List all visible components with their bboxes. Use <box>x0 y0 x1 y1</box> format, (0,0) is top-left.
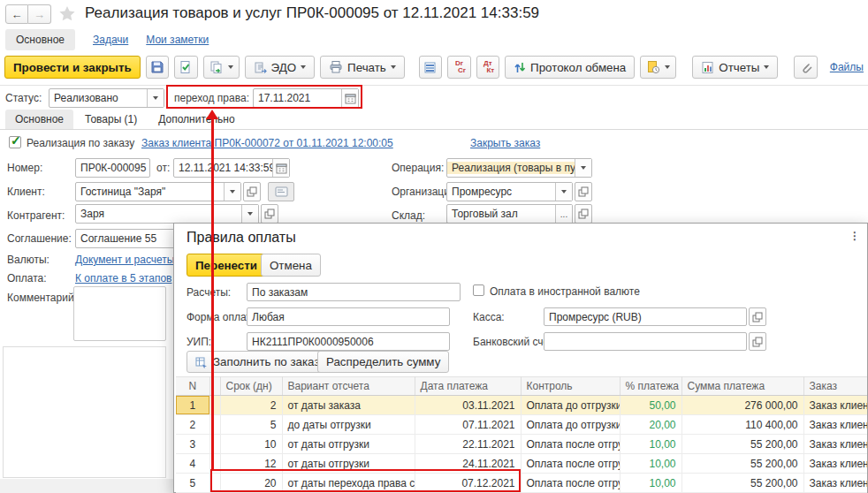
nav-tab-tasks[interactable]: Задачи <box>93 34 128 46</box>
cash-field[interactable]: Промресурс (RUB) <box>544 307 747 326</box>
table-row[interactable]: 2 5 до даты отгрузки 07.11.2021 Оплата д… <box>176 415 867 435</box>
col-variant[interactable]: Вариант отсчета <box>282 377 415 396</box>
post-document-button[interactable] <box>174 56 197 79</box>
bank-account-field[interactable] <box>544 332 747 351</box>
dropdown-caret-icon <box>665 65 670 69</box>
transfer-date-field[interactable]: 17.11.2021 <box>253 88 359 108</box>
contractor-field[interactable]: Заря <box>75 204 259 224</box>
client-card-button[interactable] <box>268 182 294 201</box>
foreign-currency-checkbox[interactable] <box>473 284 484 296</box>
term-cell: 20 <box>220 474 282 493</box>
bank-account-open-button[interactable] <box>749 332 766 351</box>
variant-cell: от даты отгрузки <box>282 435 415 454</box>
fill-by-orders-label: Заполнить по заказам <box>213 355 334 368</box>
chevron-down-icon <box>247 212 253 216</box>
calendar-picker-button[interactable] <box>272 159 289 177</box>
reports-button[interactable]: Отчеты <box>692 56 778 79</box>
doc-tab-main[interactable]: Основное <box>5 110 73 129</box>
status-dropdown-button[interactable] <box>147 89 164 107</box>
back-button[interactable]: ← <box>5 4 28 24</box>
client-field[interactable]: Гостиница "Заря" <box>75 182 241 201</box>
uip-field[interactable]: НК2111ПР0К0000950006 <box>247 332 450 351</box>
operation-select[interactable]: Реализация (товары в пути) <box>446 158 592 178</box>
operation-value: Реализация (товары в пути) <box>447 162 575 174</box>
table-row[interactable]: 4 12 от даты отгрузки 24.11.2021 Оплата … <box>176 454 867 474</box>
status-select[interactable]: Реализовано <box>49 88 164 108</box>
cash-open-button[interactable] <box>749 307 766 326</box>
doc-tab-extra[interactable]: Дополнительно <box>148 110 244 129</box>
percent-cell: 10,00 <box>620 454 681 474</box>
doc-journal-button[interactable] <box>640 56 676 79</box>
col-control[interactable]: Контроль <box>521 377 620 396</box>
doc-date-field[interactable]: 12.11.2021 14:33:59 <box>173 158 290 178</box>
customer-order-link[interactable]: Заказ клиента ПР0К-000072 от 01.11.2021 … <box>141 137 393 149</box>
up-down-arrows-icon <box>514 61 526 74</box>
organization-field[interactable]: Промресурс <box>446 182 573 201</box>
calendar-picker-button[interactable] <box>341 89 358 107</box>
exchange-protocol-button[interactable]: Протокол обмена <box>505 56 635 79</box>
cash-label: Касса: <box>473 311 505 323</box>
col-term[interactable]: Срок (дн) <box>220 377 282 396</box>
post-document-icon <box>179 60 193 74</box>
dtkt-button[interactable]: ДтКт <box>476 56 499 79</box>
attachments-button[interactable] <box>794 56 817 79</box>
doc-tab-goods[interactable]: Товары (1) <box>75 110 147 129</box>
col-percent[interactable]: % платежа <box>620 377 681 396</box>
control-cell: Оплата до отгрузки <box>521 415 620 435</box>
empty-list-area <box>3 346 166 478</box>
by-order-label: Реализация по заказу <box>27 137 134 149</box>
print-button[interactable]: Печать <box>320 56 405 79</box>
comment-textarea[interactable] <box>73 286 166 341</box>
status-label: Статус: <box>5 92 42 104</box>
table-row[interactable]: 1 2 от даты заказа 03.11.2021 Оплата до … <box>176 396 867 415</box>
by-order-checkbox[interactable]: ✓ <box>9 136 21 148</box>
forward-button[interactable]: → <box>28 4 51 24</box>
warehouse-field[interactable]: Торговый зал ... <box>446 204 573 224</box>
order-cell: Заказ клиен... <box>803 415 867 435</box>
edo-button[interactable]: ЭДО <box>245 56 316 79</box>
client-open-button[interactable] <box>243 182 261 201</box>
row-number: 2 <box>176 415 209 435</box>
col-amount[interactable]: Сумма платежа <box>681 377 803 396</box>
number-value: ПР0К-000095 <box>76 162 149 174</box>
nav-tab-notes[interactable]: Мои заметки <box>146 34 209 46</box>
create-based-on-button[interactable] <box>203 56 240 79</box>
close-order-link[interactable]: Закрыть заказ <box>470 137 540 149</box>
dialog-cancel-button[interactable]: Отмена <box>261 254 321 277</box>
dialog-transfer-button[interactable]: Перенести <box>187 254 266 277</box>
organization-open-button[interactable] <box>575 182 592 201</box>
back-icon: ← <box>11 8 23 21</box>
warehouse-more-button[interactable]: ... <box>555 205 572 223</box>
payment-form-field[interactable]: Любая <box>247 307 450 326</box>
col-date[interactable]: Дата платежа <box>415 377 521 396</box>
warehouse-open-button[interactable] <box>575 204 592 224</box>
amount-cell: 55 200,00 <box>681 474 803 493</box>
nav-tab-main[interactable]: Основное <box>5 29 75 50</box>
dialog-more-button[interactable]: ⋮ <box>849 230 860 242</box>
post-and-close-button[interactable]: Провести и закрыть <box>4 56 141 79</box>
distribute-amount-button[interactable]: Распределить сумму <box>317 351 449 373</box>
table-row[interactable]: 5 20 от даты перехода права соб... 07.12… <box>176 474 867 493</box>
client-dropdown-button[interactable] <box>224 183 240 201</box>
save-button[interactable] <box>146 56 169 79</box>
document-registers-button[interactable] <box>419 56 442 79</box>
files-link[interactable]: Файлы <box>830 61 864 73</box>
number-field[interactable]: ПР0К-000095 <box>75 158 150 178</box>
favorite-star-icon[interactable] <box>58 5 76 25</box>
operation-dropdown-button[interactable] <box>575 159 591 177</box>
table-row[interactable]: 3 10 от даты отгрузки 22.11.2021 Оплата … <box>176 435 867 454</box>
contractor-open-button[interactable] <box>261 204 278 224</box>
col-flag[interactable] <box>209 377 220 396</box>
nav-tabs: Основное Задачи Мои заметки <box>5 28 209 51</box>
contractor-dropdown-button[interactable] <box>241 205 258 223</box>
open-link-icon <box>264 209 275 219</box>
payment-stages-link[interactable]: К оплате в 5 этапов <box>75 272 171 284</box>
col-order[interactable]: Заказ <box>803 377 867 396</box>
dropdown-caret-icon <box>228 65 233 69</box>
col-n[interactable]: N <box>176 377 209 396</box>
calc-value: По заказам <box>247 286 460 299</box>
calc-field[interactable]: По заказам <box>247 283 461 301</box>
organization-dropdown-button[interactable] <box>555 183 572 201</box>
currencies-link[interactable]: Документ и расчеты: <box>75 254 178 266</box>
drcr-button[interactable]: DrCr <box>447 56 470 79</box>
